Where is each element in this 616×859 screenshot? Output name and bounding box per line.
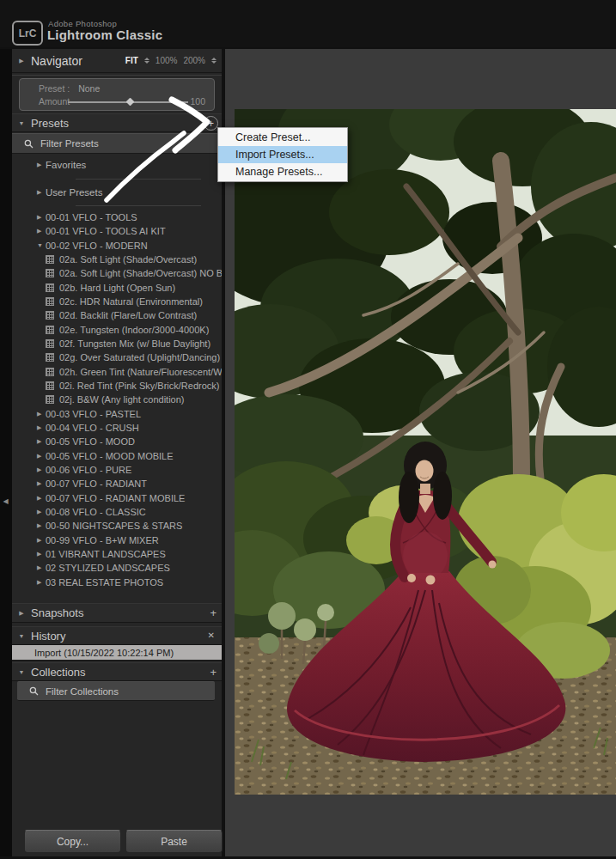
preset-label: 02d. Backlit (Flare/Low Contrast)	[59, 310, 197, 320]
add-collection-button[interactable]: +	[210, 667, 217, 678]
divider	[76, 179, 201, 180]
preset-group-favorites[interactable]: ▶ Favorites	[12, 157, 222, 173]
collapse-triangle-icon: ▶	[37, 495, 46, 502]
preset-grid-icon	[46, 311, 54, 320]
preset-group-row[interactable]: ▶00-01 VFLO - TOOLS	[12, 210, 222, 224]
zoom-option-200[interactable]: 200%	[183, 56, 205, 65]
preset-group-row[interactable]: ▶00-05 VFLO - MOOD	[12, 435, 222, 448]
filter-presets-field[interactable]: Filter Presets	[12, 133, 222, 154]
preset-item-row[interactable]: 02j. B&W (Any light condition)	[12, 393, 222, 406]
collapse-triangle-icon: ▶	[37, 161, 46, 168]
preset-group-row[interactable]: ▶00-03 VFLO - PASTEL	[12, 407, 222, 421]
preset-item-row[interactable]: 02c. HDR Natural (Environmental)	[12, 295, 222, 308]
preset-label: 02f. Tungsten Mix (w/ Blue Daylight)	[59, 338, 210, 349]
maternity-photo	[235, 109, 616, 795]
preset-label: 02i. Red Tint (Pink Sky/Brick/Redrock)	[59, 381, 219, 391]
preset-group-row[interactable]: ▶03 REAL ESTATE PHOTOS	[12, 576, 222, 589]
navigator-zoom-options: FIT 100% 200%	[125, 56, 217, 65]
preset-group-row[interactable]: ▶00-04 VFLO - CRUSH	[12, 421, 222, 435]
preset-label: 02e. Tungsten (Indoor/3000-4000K)	[59, 325, 209, 335]
preset-group-row[interactable]: ▶00-08 VFLO - CLASSIC	[12, 505, 222, 519]
preset-group-row[interactable]: ▶00-07 VFLO - RADIANT	[12, 477, 222, 490]
collapse-triangle-icon: ▶	[37, 579, 46, 586]
menu-item-manage-presets[interactable]: Manage Presets...	[218, 163, 347, 180]
preset-label: 00-05 VFLO - MOOD MOBILE	[46, 451, 174, 461]
zoom-option-fit[interactable]: FIT	[125, 56, 138, 65]
add-snapshot-button[interactable]: +	[210, 607, 217, 618]
copy-button[interactable]: Copy...	[24, 830, 121, 853]
collections-header[interactable]: ▼ Collections +	[12, 662, 222, 681]
presets-context-menu: Create Preset...Import Presets...Manage …	[217, 127, 348, 182]
preset-item-row[interactable]: 02i. Red Tint (Pink Sky/Brick/Redrock)	[12, 379, 222, 393]
preset-label: 00-01 VFLO - TOOLS AI KIT	[46, 226, 166, 236]
preset-item-row[interactable]: 02h. Green Tint (Nature/Fluorescent/Wind…	[12, 365, 222, 379]
amount-value: 100	[190, 96, 205, 107]
preset-item-row[interactable]: 02f. Tungsten Mix (w/ Blue Daylight)	[12, 337, 222, 350]
preset-label: 00-99 VFLO - B+W MIXER	[46, 535, 159, 545]
app-title-bar: LrC Adobe Photoshop Lightroom Classic	[0, 0, 616, 47]
preset-grid-icon	[46, 326, 54, 334]
history-header[interactable]: ▼ History ✕	[12, 626, 222, 645]
preset-label: 00-03 VFLO - PASTEL	[46, 409, 141, 419]
photo-canvas[interactable]	[235, 109, 616, 795]
lightroom-window: LrC Adobe Photoshop Lightroom Classic ◀ …	[0, 0, 616, 859]
zoom-option-100[interactable]: 100%	[156, 56, 178, 65]
preset-label: 00-07 VFLO - RADIANT MOBILE	[46, 493, 185, 503]
clear-history-button[interactable]: ✕	[208, 631, 215, 640]
search-icon	[29, 686, 39, 696]
preset-grid-icon	[46, 283, 54, 292]
collapse-triangle-icon: ▶	[37, 453, 46, 460]
left-panel: ▶ Navigator FIT 100% 200% Preset :None A…	[12, 49, 222, 856]
amount-slider-thumb[interactable]	[126, 98, 135, 107]
collapse-triangle-icon: ▶	[37, 564, 46, 571]
collapse-triangle-icon: ▶	[37, 214, 46, 221]
preset-item-row[interactable]: 02e. Tungsten (Indoor/3000-4000K)	[12, 323, 222, 337]
preset-item-row[interactable]: 02g. Over Saturated (Uplight/Dancing)	[12, 350, 222, 364]
preset-group-row[interactable]: ▼00-02 VFLO - MODERN	[12, 239, 222, 253]
preset-group-row[interactable]: ▶02 STYLIZED LANDSCAPES	[12, 561, 222, 575]
preset-label: 02j. B&W (Any light condition)	[59, 394, 185, 405]
presets-header[interactable]: ▼ Presets +	[12, 113, 222, 132]
filter-collections-field[interactable]: Filter Collections	[17, 681, 215, 701]
panel-collapse-arrow-icon[interactable]: ◀	[1, 494, 10, 508]
menu-item-import-presets[interactable]: Import Presets...	[218, 146, 347, 163]
preset-item-row[interactable]: 02d. Backlit (Flare/Low Contrast)	[12, 308, 222, 322]
preset-group-row[interactable]: ▶00-05 VFLO - MOOD MOBILE	[12, 449, 222, 463]
preset-label: 02 STYLIZED LANDSCAPES	[46, 563, 170, 573]
preset-grid-icon	[46, 368, 54, 376]
preset-grid-icon	[46, 297, 54, 306]
paste-button[interactable]: Paste	[125, 830, 223, 853]
zoom-spinner-icon[interactable]	[211, 58, 217, 64]
preset-item-row[interactable]: 02a. Soft Light (Shade/Overcast) NO BUMP	[12, 266, 222, 280]
preset-label: 00-05 VFLO - MOOD	[46, 436, 135, 447]
navigator-header[interactable]: ▶ Navigator FIT 100% 200%	[12, 49, 222, 73]
preset-tree: ▶00-01 VFLO - TOOLS▶00-01 VFLO - TOOLS A…	[12, 210, 222, 589]
amount-slider[interactable]	[68, 101, 188, 103]
amount-label: Amount	[39, 96, 70, 107]
add-preset-button[interactable]: +	[204, 116, 218, 131]
preset-group-row[interactable]: ▶00-07 VFLO - RADIANT MOBILE	[12, 491, 222, 505]
preset-group-row[interactable]: ▶00-99 VFLO - B+W MIXER	[12, 533, 222, 547]
zoom-spinner-icon[interactable]	[144, 58, 149, 64]
preset-value: None	[78, 83, 100, 94]
panel-rail: ◀	[0, 49, 12, 856]
preset-group-row[interactable]: ▶00-06 VFLO - PURE	[12, 463, 222, 477]
preset-group-row[interactable]: ▶00-50 NIGHTSCAPES & STARS	[12, 519, 222, 533]
app-name-large: Lightroom Classic	[47, 27, 162, 42]
collapse-triangle-icon: ▶	[37, 480, 46, 487]
history-item-selected[interactable]: Import (10/15/2022 10:22:14 PM)	[12, 645, 222, 661]
preset-group-user-presets[interactable]: ▶ User Presets	[12, 185, 222, 200]
collapse-triangle-icon: ▶	[37, 438, 46, 445]
snapshots-header[interactable]: ▶ Snapshots +	[12, 603, 222, 623]
group-label: User Presets	[46, 187, 102, 198]
preset-row: Preset :None	[39, 83, 100, 94]
preset-item-row[interactable]: 02a. Soft Light (Shade/Overcast)	[12, 253, 222, 266]
collapse-triangle-icon: ▶	[37, 411, 46, 417]
preset-group-row[interactable]: ▶01 VIBRANT LANDSCAPES	[12, 547, 222, 561]
preset-label: 02h. Green Tint (Nature/Fluorescent/Wind…	[59, 367, 222, 377]
preset-label: 03 REAL ESTATE PHOTOS	[46, 577, 163, 588]
preset-group-row[interactable]: ▶00-01 VFLO - TOOLS AI KIT	[12, 224, 222, 238]
preset-item-row[interactable]: 02b. Hard Light (Open Sun)	[12, 281, 222, 295]
collapse-triangle-icon: ▼	[12, 633, 31, 639]
menu-item-create-preset[interactable]: Create Preset...	[218, 129, 347, 146]
